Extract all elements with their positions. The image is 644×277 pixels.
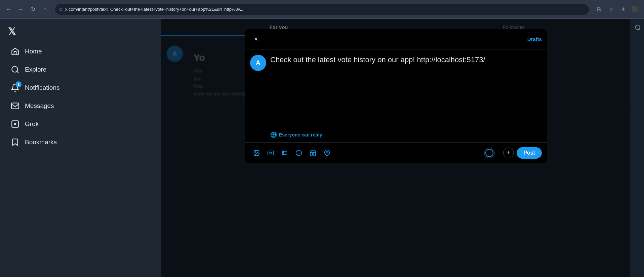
- reply-settings[interactable]: 🌐 Everyone can reply: [265, 131, 547, 142]
- add-location-button[interactable]: [321, 147, 333, 159]
- sidebar-item-home[interactable]: Home: [3, 43, 158, 60]
- home-label: Home: [25, 48, 42, 55]
- sidebar-logo-area[interactable]: 𝕏: [0, 24, 161, 42]
- divider-vertical: [499, 148, 499, 158]
- bookmark-star-button[interactable]: ☆: [606, 5, 616, 14]
- compose-tweet-text[interactable]: Check out the latest vote history on our…: [270, 55, 542, 65]
- cast-button[interactable]: ⎘: [594, 5, 604, 14]
- content-area: For you Following A Yo AfteaccRepthink w…: [161, 19, 631, 277]
- right-panel: [631, 19, 644, 277]
- svg-point-22: [636, 25, 640, 30]
- modal-overlay: × Drafts A Check out the latest vote his…: [161, 19, 631, 277]
- schedule-button[interactable]: [307, 147, 319, 159]
- svg-text:GIF: GIF: [269, 152, 272, 154]
- bookmarks-label: Bookmarks: [25, 138, 57, 146]
- svg-point-20: [312, 154, 313, 155]
- sidebar-item-notifications[interactable]: 1 Notifications: [3, 79, 158, 96]
- home-icon: [11, 47, 19, 56]
- svg-point-0: [12, 66, 17, 72]
- home-button[interactable]: ⌂: [40, 5, 50, 14]
- close-button[interactable]: ×: [250, 33, 262, 45]
- profile-button[interactable]: ⬛: [631, 5, 640, 14]
- compose-avatar: A: [250, 55, 266, 71]
- sidebar-item-bookmarks[interactable]: Bookmarks: [3, 134, 158, 151]
- grok-icon: [11, 120, 19, 128]
- explore-icon: [11, 65, 19, 74]
- compose-modal: × Drafts A Check out the latest vote his…: [245, 29, 547, 163]
- messages-label: Messages: [25, 102, 54, 110]
- svg-point-4: [255, 152, 256, 153]
- svg-point-11: [282, 154, 283, 155]
- notifications-icon: 1: [11, 83, 19, 92]
- compose-text-area[interactable]: Check out the latest vote history on our…: [270, 55, 542, 126]
- modal-header: × Drafts: [245, 29, 547, 49]
- svg-rect-1: [11, 103, 19, 109]
- browser-actions: ⎘ ☆ ✳ ⬛: [594, 5, 640, 14]
- add-gif-button[interactable]: GIF: [264, 147, 277, 159]
- forward-button[interactable]: →: [16, 5, 26, 14]
- add-poll-button[interactable]: [278, 147, 291, 159]
- svg-point-21: [326, 152, 328, 153]
- browser-chrome: ← → ↻ ⌂ ⊙ x.com/intent/post?text=Check+o…: [0, 0, 644, 19]
- svg-point-9: [282, 152, 283, 153]
- compose-body: A Check out the latest vote history on o…: [245, 49, 547, 131]
- sidebar: 𝕏 Home Explore: [0, 19, 161, 277]
- globe-icon: 🌐: [270, 131, 277, 138]
- x-logo: 𝕏: [8, 27, 16, 36]
- add-image-button[interactable]: [250, 147, 263, 159]
- refresh-button[interactable]: ↻: [28, 5, 38, 14]
- sidebar-item-messages[interactable]: Messages: [3, 97, 158, 114]
- main-layout: 𝕏 Home Explore: [0, 19, 644, 277]
- back-button[interactable]: ←: [4, 5, 13, 14]
- svg-point-13: [296, 150, 302, 156]
- post-button[interactable]: Post: [517, 147, 542, 159]
- drafts-button[interactable]: Drafts: [527, 36, 542, 42]
- extensions-button[interactable]: ✳: [618, 5, 628, 14]
- grok-label: Grok: [25, 120, 39, 128]
- compose-footer: GIF: [245, 142, 547, 163]
- char-counter-inner: [485, 149, 493, 157]
- security-icon: ⊙: [59, 7, 63, 12]
- url-text: x.com/intent/post?text=Check+out+the+lat…: [65, 7, 244, 12]
- add-emoji-button[interactable]: [292, 147, 305, 159]
- notification-count-badge: 1: [15, 81, 22, 87]
- char-counter: [484, 148, 495, 158]
- search-icon[interactable]: [635, 24, 641, 33]
- add-tweet-button[interactable]: +: [503, 148, 514, 158]
- address-bar[interactable]: ⊙ x.com/intent/post?text=Check+out+the+l…: [55, 4, 589, 15]
- sidebar-item-grok[interactable]: Grok: [3, 116, 158, 132]
- reply-settings-label: Everyone can reply: [279, 132, 322, 137]
- svg-point-7: [282, 151, 283, 152]
- bookmarks-icon: [11, 138, 19, 147]
- notifications-label: Notifications: [25, 84, 60, 91]
- sidebar-item-explore[interactable]: Explore: [3, 61, 158, 78]
- compose-right: + Post: [484, 147, 542, 159]
- compose-actions: GIF: [250, 147, 484, 159]
- messages-icon: [11, 102, 19, 110]
- explore-label: Explore: [25, 66, 46, 73]
